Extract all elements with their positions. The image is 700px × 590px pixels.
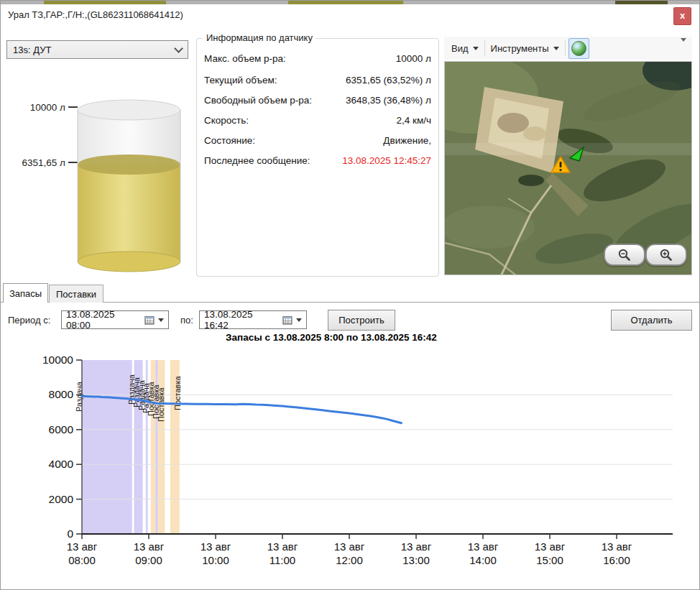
y-tick-label: 8000: [49, 388, 74, 400]
map-toolbar: Вид Инструменты: [444, 37, 692, 60]
chevron-down-icon: [174, 44, 183, 53]
close-icon: x: [680, 11, 685, 20]
period-to-label: по:: [180, 315, 193, 326]
x-tick-date-label: 13 авг: [334, 540, 365, 553]
calendar-icon: [144, 315, 155, 325]
background-window-edge-segment: [44, 1, 166, 4]
y-tick-label: 0: [67, 527, 73, 540]
tank-graphic: [15, 94, 195, 285]
x-tick-time-label: 13:00: [402, 554, 430, 566]
sensor-selector[interactable]: 13s: ДУТ: [6, 40, 188, 59]
background-window-edge-segment: [288, 1, 403, 4]
caret-down-icon: [681, 38, 686, 54]
globe-icon: [571, 41, 586, 56]
sensor-window: Урал ТЗ,ГАР:,Г/Н:,(GL862311068641412) x …: [0, 0, 700, 590]
x-tick-time-label: 15:00: [536, 554, 563, 566]
x-tick-time-label: 09:00: [135, 554, 162, 566]
event-label: Поставка: [173, 376, 182, 410]
chart-title: Запасы с 13.08.2025 8:00 по 13.08.2025 1…: [1, 332, 662, 343]
window-title: Урал ТЗ,ГАР:,Г/Н:,(GL862311068641412): [8, 9, 183, 20]
magnifier-plus-icon: [660, 249, 673, 262]
map-zoom-in-button[interactable]: [645, 244, 687, 266]
event-band: [82, 360, 132, 534]
x-tick-date-label: 13 авг: [67, 540, 98, 553]
sensor-info-title: Информация по датчику: [203, 32, 316, 43]
y-tick-label: 4000: [49, 458, 74, 470]
x-tick-time-label: 08:00: [68, 554, 96, 566]
info-row-free: Свободный объем р-ра:3648,35 (36,48%) л: [204, 95, 431, 106]
chart-zoom-out-button[interactable]: Отдалить: [611, 310, 692, 331]
toolbar-separator: [565, 40, 566, 56]
info-row-state: Состояние:Движение,: [204, 135, 431, 146]
tab-postavki[interactable]: Поставки: [49, 285, 103, 303]
sensor-info-groupbox: Информация по датчику Макс. объем р-ра:1…: [196, 38, 439, 277]
x-tick-date-label: 13 авг: [602, 540, 632, 553]
period-from-input[interactable]: 13.08.2025 08:00: [61, 310, 169, 329]
x-tick-time-label: 10:00: [202, 554, 229, 566]
x-tick-date-label: 13 авг: [535, 540, 566, 553]
map-layer-dropdown[interactable]: [681, 42, 686, 55]
caret-down-icon: [553, 47, 559, 50]
caret-down-icon: [296, 318, 302, 322]
x-tick-time-label: 14:00: [469, 554, 497, 566]
x-tick-date-label: 13 авг: [134, 540, 165, 553]
map-layer-globe-button[interactable]: [568, 38, 589, 59]
y-tick-label: 6000: [49, 423, 74, 435]
info-row-speed: Скорость:2,4 км/ч: [204, 115, 431, 126]
y-tick-label: 10000: [42, 354, 73, 366]
calendar-icon: [282, 315, 293, 325]
x-tick-time-label: 12:00: [336, 554, 363, 566]
x-tick-time-label: 16:00: [603, 554, 630, 566]
period-to-input[interactable]: 13.08.2025 16:42: [199, 310, 307, 329]
build-button[interactable]: Построить: [328, 310, 395, 331]
info-row-current: Текущий объем:6351,65 (63,52%) л: [204, 75, 431, 86]
x-tick-time-label: 11:00: [270, 554, 295, 566]
map-zoom-out-button[interactable]: [604, 244, 645, 266]
map-canvas[interactable]: [444, 61, 692, 275]
close-button[interactable]: x: [673, 7, 691, 25]
chart-canvas[interactable]: РаздачаРаздачаРаздачаРаздачаРаздачаПоста…: [1, 351, 700, 589]
caret-down-icon: [158, 318, 164, 322]
map-tools-menu-button[interactable]: Инструменты: [485, 39, 565, 57]
background-window-edge-segment: [615, 1, 668, 4]
x-tick-date-label: 13 авг: [401, 540, 432, 553]
map-view-menu-button[interactable]: Вид: [446, 39, 484, 57]
sensor-selector-value: 13s: ДУТ: [13, 45, 51, 55]
x-tick-date-label: 13 авг: [201, 540, 231, 553]
y-tick-label: 2000: [49, 493, 74, 505]
caret-down-icon: [473, 47, 479, 50]
x-tick-date-label: 13 авг: [468, 540, 499, 553]
tab-zapasy[interactable]: Запасы: [3, 283, 48, 303]
tab-divider: [1, 302, 700, 303]
magnifier-minus-icon: [618, 249, 631, 262]
info-row-last-message: Последнее сообщение:13.08.2025 12:45:27: [204, 155, 431, 166]
period-from-label: Период с:: [8, 315, 50, 326]
x-tick-date-label: 13 авг: [267, 540, 298, 553]
info-row-max: Макс. объем р-ра:10000 л: [204, 53, 431, 64]
